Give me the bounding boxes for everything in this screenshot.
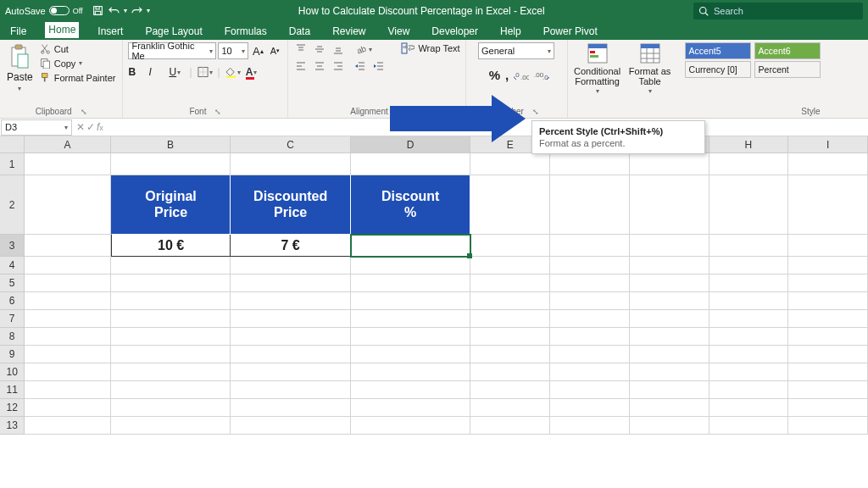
- cell-F3[interactable]: [550, 235, 630, 257]
- cell-E7[interactable]: [470, 310, 550, 328]
- cell-D7[interactable]: [351, 310, 471, 328]
- cell-F10[interactable]: [550, 363, 630, 381]
- cell-E4[interactable]: [470, 257, 550, 274]
- cell-I2[interactable]: [788, 175, 868, 235]
- increase-indent-icon[interactable]: [371, 59, 387, 73]
- cell-I6[interactable]: [788, 292, 868, 310]
- align-left-icon[interactable]: [293, 59, 309, 73]
- cell-F8[interactable]: [550, 328, 630, 346]
- align-top-icon[interactable]: [293, 42, 309, 56]
- underline-button[interactable]: U▾: [169, 66, 184, 78]
- cell-C8[interactable]: [231, 328, 351, 346]
- cell-H7[interactable]: [709, 310, 789, 328]
- number-launcher-icon[interactable]: ⤡: [532, 108, 539, 116]
- cell-F4[interactable]: [550, 257, 630, 274]
- row-header-7[interactable]: 7: [0, 310, 25, 328]
- save-icon[interactable]: [92, 4, 104, 17]
- cell-A3[interactable]: [25, 235, 111, 257]
- tab-home[interactable]: Home: [45, 22, 79, 40]
- row-header-10[interactable]: 10: [0, 363, 25, 381]
- column-header-I[interactable]: I: [788, 136, 868, 153]
- row-header-1[interactable]: 1: [0, 153, 25, 175]
- orientation-button[interactable]: ab▾: [353, 42, 375, 56]
- row-header-11[interactable]: 11: [0, 381, 25, 399]
- cell-E10[interactable]: [470, 363, 550, 381]
- cell-D11[interactable]: [351, 381, 471, 399]
- cell-E8[interactable]: [470, 328, 550, 346]
- cell-H8[interactable]: [709, 328, 789, 346]
- align-middle-icon[interactable]: [312, 42, 327, 56]
- cell-D2[interactable]: Discount%: [351, 175, 471, 235]
- cell-F11[interactable]: [550, 381, 630, 399]
- cell-B12[interactable]: [111, 399, 231, 417]
- tab-file[interactable]: File: [7, 24, 30, 40]
- cell-D3[interactable]: [351, 235, 471, 257]
- cell-F6[interactable]: [550, 292, 630, 310]
- align-bottom-icon[interactable]: [331, 42, 346, 56]
- undo-dropdown-icon[interactable]: ▾: [124, 7, 127, 14]
- cell-G12[interactable]: [630, 399, 709, 417]
- font-name-combo[interactable]: Franklin Gothic Me▾: [128, 42, 216, 59]
- cell-F9[interactable]: [550, 346, 630, 363]
- paste-button[interactable]: Paste ▾: [5, 42, 35, 94]
- cell-C7[interactable]: [231, 310, 351, 328]
- cell-B4[interactable]: [111, 257, 231, 274]
- cell-B6[interactable]: [111, 292, 231, 310]
- cell-H11[interactable]: [709, 381, 789, 399]
- borders-button[interactable]: ▾: [198, 66, 213, 78]
- cell-F13[interactable]: [550, 417, 630, 435]
- row-header-8[interactable]: 8: [0, 328, 25, 346]
- cell-E12[interactable]: [470, 399, 550, 417]
- increase-font-icon[interactable]: A▴: [250, 43, 265, 58]
- row-header-2[interactable]: 2: [0, 175, 25, 235]
- cell-I7[interactable]: [788, 310, 868, 328]
- row-header-5[interactable]: 5: [0, 274, 25, 292]
- tab-developer[interactable]: Developer: [428, 24, 481, 40]
- tab-power-pivot[interactable]: Power Pivot: [540, 24, 601, 40]
- cell-I3[interactable]: [788, 235, 868, 257]
- cell-E1[interactable]: [470, 153, 550, 175]
- cell-C12[interactable]: [231, 399, 351, 417]
- cell-G8[interactable]: [630, 328, 709, 346]
- cell-D4[interactable]: [351, 257, 471, 274]
- tab-insert[interactable]: Insert: [94, 24, 126, 40]
- cell-A13[interactable]: [25, 417, 111, 435]
- cell-G11[interactable]: [630, 381, 709, 399]
- cell-B8[interactable]: [111, 328, 231, 346]
- cell-F7[interactable]: [550, 310, 630, 328]
- increase-decimal-button[interactable]: .0.00: [514, 69, 529, 81]
- fx-icon[interactable]: fx: [97, 121, 103, 133]
- row-header-3[interactable]: 3: [0, 235, 25, 257]
- cell-H13[interactable]: [709, 417, 789, 435]
- cell-I10[interactable]: [788, 363, 868, 381]
- cell-G2[interactable]: [630, 175, 709, 235]
- cell-A9[interactable]: [25, 346, 111, 363]
- cell-A1[interactable]: [25, 153, 111, 175]
- cell-C5[interactable]: [231, 274, 351, 292]
- row-header-9[interactable]: 9: [0, 346, 25, 363]
- cell-F12[interactable]: [550, 399, 630, 417]
- tab-help[interactable]: Help: [497, 24, 525, 40]
- cell-C13[interactable]: [231, 417, 351, 435]
- cell-B7[interactable]: [111, 310, 231, 328]
- search-box[interactable]: Search: [693, 3, 863, 19]
- cell-C10[interactable]: [231, 363, 351, 381]
- cell-H2[interactable]: [709, 175, 789, 235]
- cell-C2[interactable]: DiscountedPrice: [231, 175, 351, 235]
- cell-B3[interactable]: 10 €: [111, 235, 231, 257]
- cut-button[interactable]: Cut: [38, 42, 118, 55]
- cell-E5[interactable]: [470, 274, 550, 292]
- cell-A8[interactable]: [25, 328, 111, 346]
- cell-D13[interactable]: [351, 417, 471, 435]
- tab-review[interactable]: Review: [329, 24, 369, 40]
- cell-C11[interactable]: [231, 381, 351, 399]
- cell-A5[interactable]: [25, 274, 111, 292]
- format-painter-button[interactable]: Format Painter: [38, 71, 118, 84]
- column-header-A[interactable]: A: [25, 136, 111, 153]
- cell-C1[interactable]: [231, 153, 351, 175]
- cell-C6[interactable]: [231, 292, 351, 310]
- cell-D5[interactable]: [351, 274, 471, 292]
- cell-I1[interactable]: [788, 153, 868, 175]
- row-header-6[interactable]: 6: [0, 292, 25, 310]
- bold-button[interactable]: B: [128, 66, 143, 78]
